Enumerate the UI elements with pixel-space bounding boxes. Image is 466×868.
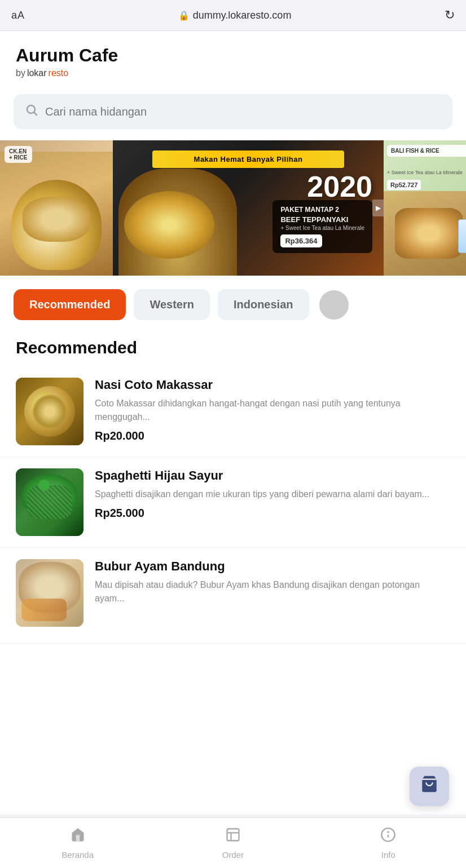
menu-name-nasi-coto: Nasi Coto Makassar	[95, 378, 450, 392]
menu-info-nasi-coto: Nasi Coto Makassar Coto Makassar dihidan…	[95, 378, 450, 442]
menu-item[interactable]: Spaghetti Hijau Sayur Spaghetti disajika…	[0, 457, 466, 548]
home-icon	[70, 827, 86, 847]
scroll-indicator	[319, 290, 349, 320]
lokar-text: lokar	[27, 68, 47, 78]
browser-chrome: aA 🔒 dummy.lokaresto.com ↻	[0, 0, 466, 31]
nav-item-order[interactable]: Order	[155, 827, 310, 860]
header: Aurum Cafe by lokarresto	[0, 31, 466, 85]
url-bar[interactable]: 🔒 dummy.lokaresto.com	[178, 10, 292, 21]
banner-price: Rp36.364	[280, 234, 322, 247]
menu-item[interactable]: Bubur Ayam Bandung Mau dipisah atau diad…	[0, 548, 466, 644]
menu-list: Nasi Coto Makassar Coto Makassar dihidan…	[0, 362, 466, 649]
section-title-recommended: Recommended	[0, 329, 466, 362]
menu-desc-spaghetti: Spaghetti disajikan dengan mie ukuran ti…	[95, 488, 450, 501]
nav-item-info[interactable]: Info	[311, 827, 466, 860]
nav-label-order: Order	[222, 850, 244, 860]
info-icon	[380, 827, 396, 847]
banner-package-detail: BEEF TEPPANYAKI	[280, 215, 364, 224]
tab-western[interactable]: Western	[134, 289, 210, 320]
menu-item[interactable]: Nasi Coto Makassar Coto Makassar dihidan…	[0, 366, 466, 457]
nav-label-info: Info	[381, 850, 395, 860]
search-container	[0, 85, 466, 140]
menu-price-spaghetti: Rp25.000	[95, 507, 450, 520]
category-tabs: Recommended Western Indonesian	[0, 276, 466, 329]
menu-name-spaghetti: Spaghetti Hijau Sayur	[95, 468, 450, 483]
banner-inner: CK.EN+ RICE Makan Hemat Banyak Pilihan 2…	[0, 140, 466, 276]
lock-icon: 🔒	[178, 10, 190, 21]
cart-icon	[420, 774, 439, 798]
banner-year: 2020	[307, 170, 372, 203]
banner-slide-right: BALI FISH & RICE + Sweet Ice Tea atau La…	[384, 140, 466, 276]
reload-button[interactable]: ↻	[445, 8, 455, 23]
banner-extras: + Sweet Ice Tea atau La Minerale	[280, 225, 364, 231]
menu-price-nasi-coto: Rp20.000	[95, 429, 450, 442]
font-size-control[interactable]: aA	[11, 10, 25, 21]
svg-rect-3	[227, 829, 239, 840]
menu-name-bubur: Bubur Ayam Bandung	[95, 559, 450, 574]
menu-desc-nasi-coto: Coto Makassar dihidangkan hangat-hangat …	[95, 397, 450, 424]
banner-right-title: BALI FISH & RICE	[387, 145, 466, 157]
banner-slide-main: Makan Hemat Banyak Pilihan 2020 PAKET MA…	[113, 140, 384, 276]
banner-tagline: Makan Hemat Banyak Pilihan	[152, 150, 344, 168]
search-box[interactable]	[14, 94, 452, 129]
search-input[interactable]	[45, 105, 441, 118]
order-icon	[225, 827, 241, 847]
by-lokaresto: by lokarresto	[16, 68, 450, 78]
menu-desc-bubur: Mau dipisah atau diaduk? Bubur Ayam khas…	[95, 578, 450, 605]
resto-text: resto	[49, 68, 69, 78]
banner-slide-left: CK.EN+ RICE	[0, 140, 113, 276]
cart-fab[interactable]	[410, 767, 449, 806]
menu-thumb-bubur	[16, 559, 83, 627]
menu-thumb-spaghetti	[16, 468, 83, 536]
banner-right-subtitle: + Sweet Ice Tea atau La Minerale	[387, 170, 466, 175]
nav-item-beranda[interactable]: Beranda	[0, 827, 155, 860]
by-prefix: by	[16, 68, 25, 78]
menu-info-spaghetti: Spaghetti Hijau Sayur Spaghetti disajika…	[95, 468, 450, 520]
svg-line-1	[34, 113, 37, 116]
banner-package: PAKET MANTAP 2	[280, 206, 364, 214]
main-content: Aurum Cafe by lokarresto	[0, 31, 466, 814]
banner-right-price: Rp52.727	[387, 180, 421, 190]
tab-recommended[interactable]: Recommended	[14, 289, 126, 320]
search-icon	[25, 103, 38, 120]
nav-label-beranda: Beranda	[61, 850, 94, 860]
tab-indonesian[interactable]: Indonesian	[218, 289, 309, 320]
menu-thumb-nasi-coto	[16, 378, 83, 445]
cafe-name: Aurum Cafe	[16, 45, 450, 66]
menu-info-bubur: Bubur Ayam Bandung Mau dipisah atau diad…	[95, 559, 450, 611]
bottom-nav: Beranda Order Info	[0, 817, 466, 868]
banner-carousel[interactable]: CK.EN+ RICE Makan Hemat Banyak Pilihan 2…	[0, 140, 466, 276]
url-text: dummy.lokaresto.com	[193, 10, 292, 21]
